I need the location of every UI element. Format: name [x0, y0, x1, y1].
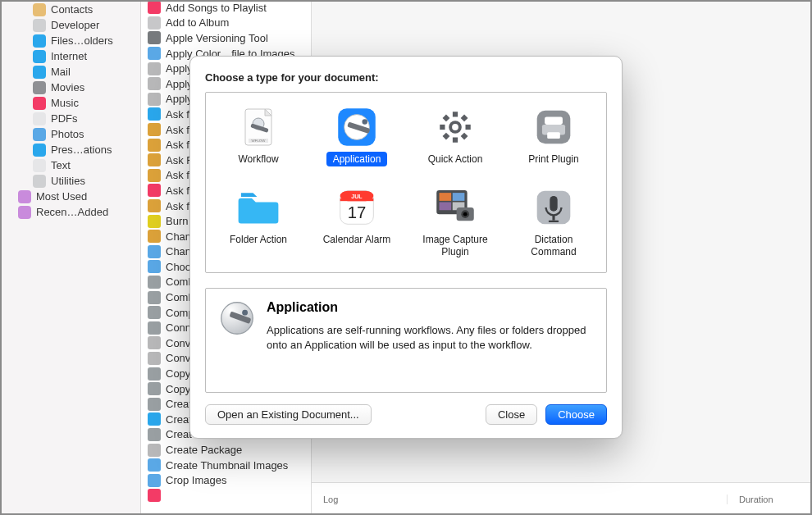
svg-point-10	[363, 119, 368, 125]
calendar-icon: JUL 17	[335, 186, 378, 229]
svg-rect-14	[453, 138, 458, 143]
type-label: Folder Action	[223, 232, 294, 247]
type-label: Workflow	[231, 152, 285, 166]
svg-rect-31	[440, 194, 452, 202]
type-workflow[interactable]: WFLOW Workflow	[209, 101, 308, 171]
type-label: Calendar Alarm	[317, 232, 398, 247]
svg-rect-18	[453, 112, 458, 116]
svg-point-20	[452, 124, 458, 130]
svg-rect-15	[443, 133, 450, 140]
description-box: Application Applications are self-runnin…	[205, 288, 607, 393]
type-label: Image Capture Plugin	[411, 232, 500, 259]
svg-rect-24	[547, 132, 560, 139]
type-folderaction[interactable]: Folder Action	[209, 181, 308, 264]
svg-text:17: 17	[348, 203, 367, 221]
close-button[interactable]: Close	[486, 404, 537, 425]
type-label: Quick Action	[422, 152, 490, 166]
modal-overlay: Choose a type for your document: WFLOW W…	[0, 0, 812, 515]
button-row: Open an Existing Document... Close Choos…	[205, 404, 607, 425]
type-picker-grid: WFLOW Workflow Application Quick Action …	[205, 92, 607, 273]
svg-text:WFLOW: WFLOW	[252, 139, 267, 143]
type-label: Application	[326, 152, 388, 166]
type-dictation[interactable]: Dictation Command	[504, 181, 603, 264]
type-label: Dictation Command	[509, 232, 598, 259]
dictation-icon	[532, 186, 575, 229]
svg-rect-33	[440, 203, 452, 211]
svg-point-37	[463, 212, 468, 216]
description-title: Application	[267, 300, 593, 315]
svg-rect-16	[440, 125, 445, 130]
svg-rect-41	[549, 221, 559, 222]
svg-point-44	[242, 310, 248, 316]
type-printplugin[interactable]: Print Plugin	[504, 101, 603, 171]
type-calendar[interactable]: JUL 17 Calendar Alarm	[308, 181, 406, 264]
open-existing-button[interactable]: Open an Existing Document...	[205, 404, 372, 425]
svg-rect-19	[461, 115, 468, 122]
svg-rect-40	[552, 216, 554, 221]
application-icon	[219, 300, 255, 336]
type-application[interactable]: Application	[308, 101, 406, 171]
svg-rect-17	[443, 115, 450, 122]
printplugin-icon	[532, 106, 575, 148]
svg-text:JUL: JUL	[351, 194, 363, 199]
quickaction-icon	[434, 106, 477, 148]
sheet-title: Choose a type for your document:	[205, 71, 607, 84]
workflow-icon: WFLOW	[237, 106, 280, 148]
svg-rect-32	[453, 194, 465, 202]
svg-rect-39	[550, 196, 557, 212]
application-icon	[335, 106, 378, 148]
svg-rect-22	[545, 117, 563, 125]
svg-rect-12	[466, 125, 471, 130]
type-imagecapture[interactable]: Image Capture Plugin	[406, 181, 504, 264]
type-quickaction[interactable]: Quick Action	[406, 101, 504, 171]
description-body: Applications are self-running workflows.…	[267, 323, 593, 353]
document-type-sheet: Choose a type for your document: WFLOW W…	[189, 56, 623, 439]
imagecapture-icon	[434, 186, 477, 229]
choose-button[interactable]: Choose	[545, 404, 607, 425]
svg-rect-13	[461, 133, 468, 140]
folderaction-icon	[237, 186, 280, 229]
type-label: Print Plugin	[522, 152, 585, 166]
